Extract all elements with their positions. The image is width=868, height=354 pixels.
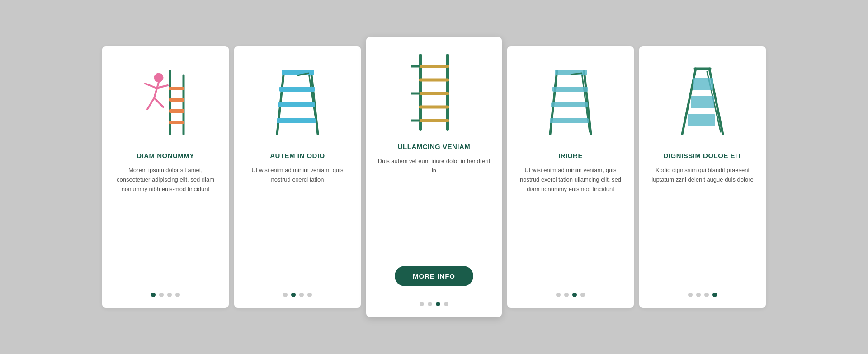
card-1-icon — [134, 60, 197, 141]
dot-3 — [307, 293, 312, 297]
card-3-dots — [420, 297, 448, 306]
svg-line-10 — [147, 98, 154, 109]
card-3-icon — [400, 51, 468, 132]
dot-0 — [556, 293, 561, 297]
card-3-title: ULLAMCING VENIAM — [398, 143, 471, 150]
dot-1 — [564, 293, 569, 297]
card-1-title: DIAM NONUMMY — [137, 152, 194, 159]
card-2: AUTEM IN ODIO Ut wisi enim ad minim veni… — [234, 46, 361, 308]
dot-2 — [167, 293, 172, 297]
svg-rect-17 — [278, 102, 315, 107]
dot-3 — [175, 293, 180, 297]
card-5-title: DIGNISSIM DOLOE EIT — [664, 152, 742, 159]
card-1-dots — [151, 288, 180, 297]
svg-rect-15 — [282, 70, 314, 75]
dot-0 — [151, 293, 156, 297]
dot-3 — [444, 302, 448, 306]
more-info-button[interactable]: MORE INFO — [395, 266, 473, 286]
dot-0 — [420, 302, 424, 306]
svg-line-8 — [145, 84, 156, 88]
svg-rect-16 — [279, 87, 315, 92]
dot-2 — [299, 293, 304, 297]
svg-rect-43 — [691, 96, 714, 108]
dot-2 — [572, 293, 577, 297]
svg-rect-36 — [550, 118, 589, 123]
svg-rect-3 — [169, 98, 184, 102]
card-3-text: Duis autem vel eum iriure dolor in hendr… — [377, 157, 491, 257]
svg-rect-42 — [693, 78, 713, 90]
dot-1 — [428, 302, 432, 306]
svg-rect-44 — [688, 114, 715, 126]
card-5-text: Kodio dignissim qui blandit praesent lup… — [650, 166, 755, 279]
svg-rect-5 — [169, 121, 184, 124]
card-4-text: Ut wisi enim ad minim veniam, quis nostr… — [518, 166, 623, 279]
card-1: DIAM NONUMMY Morem ipsum dolor sit amet,… — [102, 46, 229, 308]
dot-1 — [291, 293, 296, 297]
dot-0 — [283, 293, 288, 297]
card-2-dots — [283, 288, 312, 297]
dot-1 — [159, 293, 164, 297]
card-5-icon — [673, 60, 732, 141]
card-4-dots — [556, 288, 585, 297]
card-2-icon — [266, 60, 329, 141]
card-3: ULLAMCING VENIAM Duis autem vel eum iriu… — [366, 37, 502, 317]
dot-3 — [712, 293, 717, 297]
dot-2 — [704, 293, 709, 297]
dot-3 — [580, 293, 585, 297]
card-1-text: Morem ipsum dolor sit amet, consectetuer… — [113, 166, 218, 279]
svg-rect-34 — [552, 87, 588, 92]
svg-rect-4 — [169, 109, 184, 113]
card-2-text: Ut wisi enim ad minim veniam, quis nostr… — [245, 166, 350, 279]
svg-line-11 — [154, 98, 163, 107]
svg-rect-18 — [277, 118, 316, 123]
card-2-title: AUTEM IN ODIO — [270, 152, 325, 159]
card-4-title: IRIURE — [558, 152, 583, 159]
svg-line-7 — [154, 82, 159, 98]
dot-0 — [688, 293, 693, 297]
card-5-dots — [688, 288, 717, 297]
card-5: DIGNISSIM DOLOE EIT Kodio dignissim qui … — [639, 46, 766, 308]
svg-point-6 — [154, 73, 163, 82]
card-4: IRIURE Ut wisi enim ad minim veniam, qui… — [507, 46, 634, 308]
svg-rect-35 — [551, 102, 588, 107]
cards-container: DIAM NONUMMY Morem ipsum dolor sit amet,… — [27, 37, 841, 317]
dot-1 — [696, 293, 701, 297]
card-4-icon — [539, 60, 602, 141]
dot-2 — [436, 302, 440, 306]
svg-rect-2 — [169, 87, 184, 90]
